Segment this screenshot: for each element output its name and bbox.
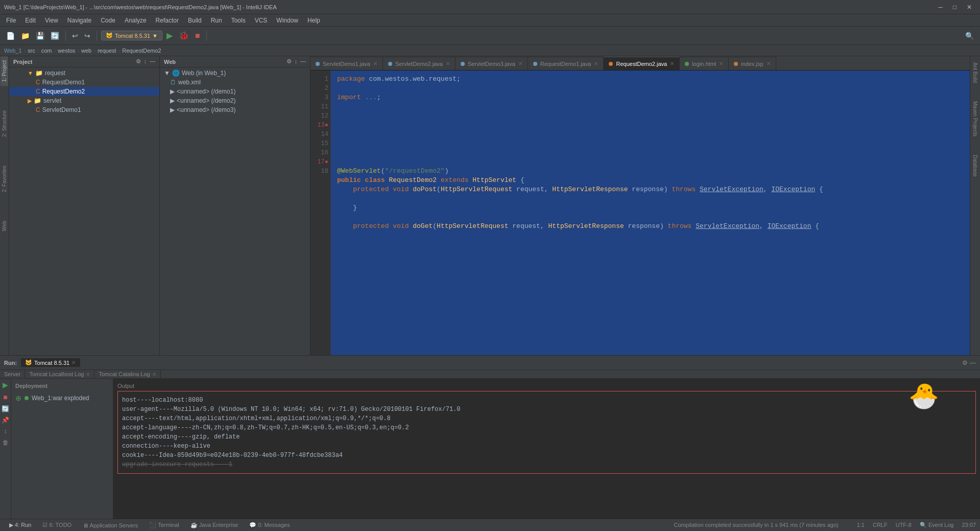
breadcrumb-web[interactable]: web: [81, 48, 91, 54]
tab-servletdemo3[interactable]: ServletDemo3.java ✕: [456, 57, 528, 70]
code-line-9: [337, 148, 964, 157]
run-button[interactable]: ▶: [164, 30, 175, 41]
tree-requestdemo2[interactable]: C RequestDemo2: [9, 87, 159, 96]
run-tab-config-label: Tomcat 8.5.31: [34, 360, 69, 366]
tab-ant-build[interactable]: Ant Build: [971, 58, 979, 87]
search-everywhere-button[interactable]: 🔍: [963, 31, 976, 41]
menu-run[interactable]: Run: [207, 16, 226, 25]
tree-unnamed-demo3[interactable]: ▶ <unnamed> (/demo3): [160, 105, 310, 114]
project-sort-icon[interactable]: ↕: [144, 58, 147, 65]
tree-unnamed-demo2[interactable]: ▶ <unnamed> (/demo2): [160, 96, 310, 105]
minimize-button[interactable]: ─: [934, 3, 947, 12]
tree-requestdemo1[interactable]: C RequestDemo1: [9, 78, 159, 87]
code-content[interactable]: package com.westos.web.request; import .…: [331, 71, 970, 355]
menu-tools[interactable]: Tools: [227, 16, 250, 25]
tab-servletdemo1[interactable]: ServletDemo1.java ✕: [310, 57, 383, 70]
tab-favorites[interactable]: 2: Favorites: [1, 161, 8, 196]
breadcrumb-westos[interactable]: westos: [58, 48, 75, 54]
tab-indexjsp[interactable]: index.jsp ✕: [729, 57, 776, 70]
toolbar-undo-button[interactable]: ↩: [70, 31, 80, 41]
project-settings-icon[interactable]: ⚙: [136, 58, 141, 65]
toolbar-redo-button[interactable]: ↪: [82, 31, 92, 41]
tree-folder-request[interactable]: ▼ 📁 request: [9, 68, 159, 78]
run-trash-icon[interactable]: 🗑: [3, 439, 9, 446]
maximize-button[interactable]: □: [949, 3, 961, 12]
tab-close-5[interactable]: ✕: [670, 61, 674, 66]
menu-edit[interactable]: Edit: [21, 16, 40, 25]
bottom-tab-run[interactable]: ▶ 4: Run: [4, 521, 36, 529]
tree-unnamed-demo1[interactable]: ▶ <unnamed> (/demo1): [160, 87, 310, 96]
run-subtab-catalina-log[interactable]: Tomcat Catalina Log ✕: [94, 370, 160, 378]
tab-close-3[interactable]: ✕: [518, 61, 522, 66]
tab-structure[interactable]: 2: Structure: [1, 106, 8, 141]
tab-close-7[interactable]: ✕: [767, 61, 771, 66]
tab-web[interactable]: Web: [1, 217, 8, 235]
web-sort-icon[interactable]: ↕: [295, 58, 298, 65]
run-tab-close[interactable]: ✕: [71, 360, 76, 365]
breadcrumb-com[interactable]: com: [41, 48, 52, 54]
run-subtab-server[interactable]: Server: [0, 370, 25, 378]
breadcrumb-request[interactable]: request: [98, 48, 116, 54]
tree-web-in-web1[interactable]: ▼ 🌐 Web (in Web_1): [160, 68, 310, 78]
menu-refactor[interactable]: Refactor: [152, 16, 183, 25]
tree-folder-servlet[interactable]: ▶ 📁 servlet: [9, 96, 159, 105]
run-restart-icon[interactable]: ▶: [3, 381, 8, 389]
run-subtab-catalina-close[interactable]: ✕: [152, 372, 156, 377]
menu-code[interactable]: Code: [97, 16, 119, 25]
menu-navigate[interactable]: Navigate: [63, 16, 95, 25]
output-line-1: host----localhost:8080: [122, 396, 971, 405]
tab-database[interactable]: Database: [971, 151, 979, 181]
close-button[interactable]: ✕: [963, 3, 976, 12]
tab-requestdemo1[interactable]: RequestDemo1.java ✕: [528, 57, 604, 70]
tab-loginhtml[interactable]: login.html ✕: [680, 57, 729, 70]
bottom-tab-todo[interactable]: ☑ 6: TODO: [37, 521, 77, 529]
tree-web-xml[interactable]: 🗒 web.xml: [160, 78, 310, 87]
breadcrumb-src[interactable]: src: [28, 48, 35, 54]
toolbar-open-button[interactable]: 📁: [19, 31, 32, 41]
tab-close-6[interactable]: ✕: [719, 61, 723, 66]
breadcrumb-web1[interactable]: Web_1: [4, 48, 22, 54]
bottom-tab-app-servers[interactable]: 🖥 Application Servers: [78, 521, 143, 529]
menu-help[interactable]: Help: [303, 16, 324, 25]
run-output-panel: Output host----localhost:8080 user-agent…: [113, 379, 980, 519]
project-minimize-icon[interactable]: —: [150, 58, 155, 65]
menu-file[interactable]: File: [2, 16, 20, 25]
stop-button[interactable]: ■: [193, 30, 202, 41]
run-settings-icon[interactable]: ⚙: [962, 359, 968, 366]
toolbar-new-button[interactable]: 📄: [4, 31, 17, 41]
toolbar-sync-button[interactable]: 🔄: [49, 31, 61, 41]
run-pin-icon[interactable]: 📌: [2, 417, 9, 424]
menu-window[interactable]: Window: [272, 16, 302, 25]
debug-button[interactable]: 🐞: [177, 30, 191, 41]
tab-close-2[interactable]: ✕: [446, 61, 450, 66]
toolbar-separator-3: [206, 31, 207, 41]
add-deployment-icon[interactable]: ⊕: [15, 394, 21, 402]
run-subtab-localhost-close[interactable]: ✕: [86, 372, 90, 377]
run-refresh-icon[interactable]: 🔄: [2, 405, 9, 412]
toolbar-save-button[interactable]: 💾: [34, 31, 46, 41]
menu-build[interactable]: Build: [184, 16, 206, 25]
event-log[interactable]: 🔍 Event Log: [920, 522, 954, 528]
menu-vcs[interactable]: VCS: [251, 16, 272, 25]
breadcrumb-requestdemo2[interactable]: RequestDemo2: [122, 48, 161, 54]
tab-servletdemo2[interactable]: ServletDemo2.java ✕: [383, 57, 456, 70]
bottom-tab-messages[interactable]: 💬 0: Messages: [244, 521, 295, 529]
web-settings-icon[interactable]: ⚙: [286, 58, 292, 65]
bottom-tab-terminal[interactable]: ⬛ Terminal: [144, 521, 184, 529]
run-scroll-icon[interactable]: ↕: [4, 428, 7, 435]
run-minimize-icon[interactable]: —: [970, 359, 976, 366]
tab-close-1[interactable]: ✕: [373, 61, 377, 66]
tab-project[interactable]: 1: Project: [1, 56, 8, 86]
tab-close-4[interactable]: ✕: [594, 61, 598, 66]
tab-maven[interactable]: Maven Projects: [971, 97, 979, 141]
tree-servletdemo1[interactable]: C ServletDemo1: [9, 105, 159, 114]
run-subtab-localhost-log[interactable]: Tomcat Localhost Log ✕: [25, 370, 94, 378]
run-stop-icon[interactable]: ■: [3, 393, 7, 401]
menu-view[interactable]: View: [41, 16, 62, 25]
run-config-selector[interactable]: 🐱 Tomcat 8.5.31 ▼: [101, 31, 162, 40]
tab-requestdemo2[interactable]: RequestDemo2.java ✕: [604, 57, 680, 70]
web-minimize-icon[interactable]: —: [300, 58, 306, 65]
bottom-tab-java-enterprise[interactable]: ☕ Java Enterprise: [185, 521, 243, 529]
menu-analyze[interactable]: Analyze: [121, 16, 151, 25]
run-tab-config[interactable]: 🐱 Tomcat 8.5.31 ✕: [21, 358, 80, 367]
